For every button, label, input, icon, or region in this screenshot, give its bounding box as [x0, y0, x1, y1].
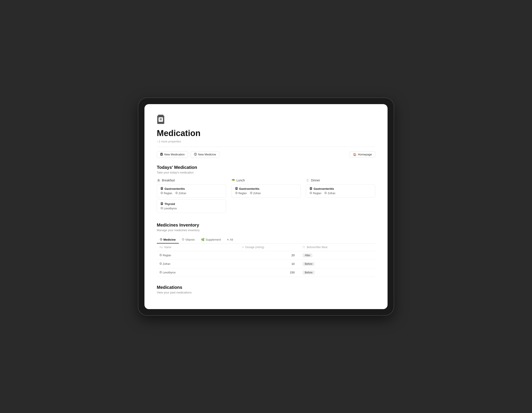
svg-rect-20	[161, 203, 162, 204]
inventory-title: Medicines Inventory	[157, 223, 375, 228]
col-header-meal: ⏱ Before/After Meal	[300, 244, 375, 251]
dinner-column: 🍴 Dinner Gastroenteritis	[306, 178, 375, 215]
svg-rect-4	[160, 120, 162, 120]
meals-grid: ☕ Breakfast Gastroenteritis	[157, 178, 375, 215]
chevron-down-icon: ›	[157, 140, 158, 143]
svg-rect-24	[236, 188, 237, 188]
lunch-icon: 🥗	[231, 178, 235, 182]
meal-cell: Before	[300, 268, 375, 277]
dinner-icon: 🍴	[306, 178, 310, 182]
more-properties-toggle[interactable]: › 2 more properties	[157, 140, 375, 143]
tab-vitamin[interactable]: Vitamin	[179, 236, 198, 244]
inventory-section: Medicines Inventory Manage your medicine…	[157, 223, 375, 277]
divider	[157, 147, 375, 147]
medications-section: Medications View your past medications	[157, 285, 375, 294]
table-row[interactable]: Levothyrox 150 Before	[157, 268, 375, 277]
dinner-label: 🍴 Dinner	[306, 178, 375, 182]
table-row[interactable]: Reglan 20 After	[157, 251, 375, 260]
screen: Medication › 2 more properties New Medic…	[144, 104, 388, 309]
pill-icon	[310, 192, 312, 195]
medication-icon	[160, 153, 163, 156]
pill-icon	[161, 192, 163, 195]
todays-medication-title: Todays' Medication	[157, 165, 375, 170]
pill-icon	[159, 271, 162, 274]
svg-rect-7	[161, 154, 162, 154]
svg-rect-8	[161, 154, 162, 155]
col-header-name: Aa Name	[157, 244, 240, 251]
home-icon: 🏠	[353, 153, 357, 156]
condition-icon	[310, 187, 312, 190]
medicine-tab-icon	[160, 238, 162, 241]
supplement-tab-icon: 🌿	[201, 238, 205, 241]
page-icon	[157, 115, 375, 126]
new-medication-button[interactable]: New Medication	[157, 151, 188, 158]
svg-rect-25	[236, 188, 237, 188]
breakfast-icon: ☕	[157, 178, 161, 182]
condition-icon	[161, 202, 163, 206]
condition-icon	[235, 187, 238, 190]
breakfast-gastroenteritis-card[interactable]: Gastroenteritis Reglan	[157, 184, 226, 198]
svg-rect-3	[160, 118, 162, 119]
col-header-dosage: # Dosage (ml/mg)	[240, 244, 300, 251]
toolbar: New Medication New Medicine 🏠 Homepage	[157, 151, 375, 158]
breakfast-thyroid-card[interactable]: Thyroid Levothyrox	[157, 199, 226, 213]
medicine-icon	[194, 153, 197, 156]
breakfast-column: ☕ Breakfast Gastroenteritis	[157, 178, 226, 215]
svg-rect-13	[161, 188, 162, 188]
todays-medication-desc: Take your today's medication	[157, 171, 375, 174]
condition-icon	[161, 187, 163, 190]
dosage-cell: 10	[240, 260, 300, 268]
tab-all[interactable]: ≡ All	[224, 236, 236, 244]
svg-rect-32	[310, 188, 312, 188]
tab-supplement[interactable]: 🌿 Supplement	[198, 236, 224, 244]
pill-icon	[175, 192, 178, 195]
lunch-label: 🥗 Lunch	[231, 178, 301, 182]
pill-icon	[159, 254, 162, 257]
new-medicine-button[interactable]: New Medicine	[191, 151, 219, 158]
all-tab-icon: ≡	[227, 238, 229, 241]
dosage-cell: 150	[240, 268, 300, 277]
dinner-gastroenteritis-card[interactable]: Gastroenteritis Reglan	[306, 184, 375, 198]
svg-rect-31	[310, 188, 312, 188]
pill-icon	[250, 192, 252, 195]
svg-rect-12	[161, 188, 162, 188]
breakfast-label: ☕ Breakfast	[157, 178, 226, 182]
meal-cell: Before	[300, 260, 375, 268]
homepage-button[interactable]: 🏠 Homepage	[350, 151, 375, 158]
svg-rect-0	[158, 115, 163, 116]
device-frame: Medication › 2 more properties New Medic…	[138, 98, 394, 315]
page-title: Medication	[157, 129, 375, 138]
pill-icon	[235, 192, 238, 195]
tab-medicine[interactable]: Medicine	[157, 236, 179, 244]
lunch-column: 🥗 Lunch Gastroenteritis	[231, 178, 301, 215]
pill-icon	[324, 192, 327, 195]
svg-rect-5	[161, 153, 162, 153]
dosage-cell: 20	[240, 251, 300, 260]
inventory-tabs: Medicine Vitamin 🌿 Supplement ≡ All	[157, 236, 375, 244]
inventory-table: Aa Name # Dosage (ml/mg) ⏱ Before/After …	[157, 244, 375, 277]
lunch-gastroenteritis-card[interactable]: Gastroenteritis Reglan	[231, 184, 301, 198]
table-row[interactable]: Zofran 10 Before	[157, 260, 375, 268]
pill-icon	[161, 207, 163, 210]
medications-title: Medications	[157, 285, 375, 290]
meal-cell: After	[300, 251, 375, 260]
inventory-desc: Manage your medicines inventory	[157, 228, 375, 232]
vitamin-tab-icon	[182, 238, 184, 241]
pill-icon	[159, 263, 162, 265]
medications-desc: View your past medications	[157, 291, 375, 294]
